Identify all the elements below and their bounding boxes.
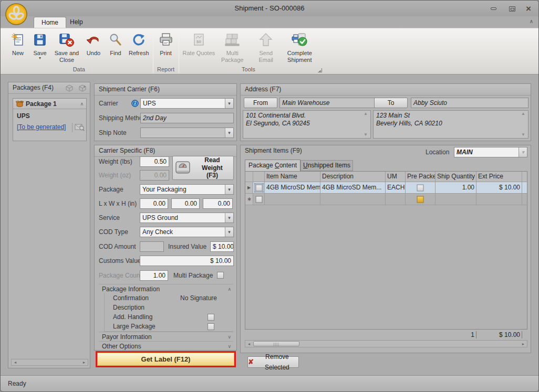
from-button[interactable]: From	[244, 98, 277, 108]
new-row-icon: ∗	[245, 194, 253, 205]
cell-item-name[interactable]: 4GB MicroSD Mem...	[265, 182, 320, 194]
ribbon: New Save ▾ Save and Close	[1, 28, 538, 75]
cell-ship-quantity[interactable]	[436, 194, 476, 205]
pre-packed-checkbox[interactable]	[417, 196, 424, 203]
row-select-checkbox[interactable]	[255, 196, 262, 203]
app-logo-icon[interactable]	[5, 3, 28, 26]
other-options-section[interactable]: Other Options ∨	[99, 341, 233, 351]
insured-value-field[interactable]: $ 10.00	[210, 241, 234, 252]
scroll-right-icon[interactable]: ►	[80, 359, 88, 365]
carrier-select[interactable]: UPS ▾	[140, 98, 234, 109]
tab-unshipped-items[interactable]: Unshipped Items	[300, 160, 353, 171]
tab-help[interactable]: Help	[63, 17, 90, 28]
complete-shipment-button[interactable]: Complete Shipment	[283, 29, 316, 65]
add-handling-checkbox[interactable]	[208, 314, 214, 321]
customs-value-label: Customs Value	[99, 256, 141, 266]
column-ship-quantity[interactable]: Ship Quantity	[436, 172, 476, 182]
weight-lbs-field[interactable]: 0.50	[140, 156, 169, 167]
select-column-header[interactable]	[253, 172, 265, 182]
save-and-close-button[interactable]: Save and Close	[51, 29, 82, 65]
save-button[interactable]: Save ▾	[29, 29, 50, 61]
refresh-button[interactable]: Refresh	[127, 29, 151, 58]
cell-ship-quantity[interactable]: 1.00	[436, 182, 476, 194]
ship-note-select[interactable]: ▾	[140, 128, 234, 138]
confirmation-value[interactable]: No Signature	[180, 293, 217, 303]
column-um[interactable]: UM	[386, 172, 406, 182]
cell-item-name[interactable]	[265, 194, 320, 205]
column-ext-price[interactable]: Ext Price	[476, 172, 522, 182]
large-package-checkbox[interactable]	[208, 323, 214, 330]
pre-packed-checkbox[interactable]	[417, 184, 424, 191]
cell-ext-price[interactable]	[476, 194, 522, 205]
restore-button[interactable]	[507, 4, 517, 13]
chevron-down-icon[interactable]: ▾	[225, 227, 234, 237]
from-name-field[interactable]: Main Warehouse	[279, 98, 379, 108]
package-information-section[interactable]: Package Information ∧	[99, 284, 233, 293]
scroll-right-icon[interactable]: ►	[520, 341, 527, 347]
length-field[interactable]: 0.00	[140, 198, 168, 209]
cell-um[interactable]	[386, 194, 406, 205]
chevron-down-icon[interactable]: ▾	[225, 128, 234, 138]
width-field[interactable]: 0.00	[171, 198, 200, 209]
find-button[interactable]: Find	[105, 29, 126, 58]
new-row[interactable]: ∗	[245, 194, 527, 205]
get-label-button[interactable]: Get Label (F12)	[96, 351, 236, 367]
chevron-down-icon[interactable]: ▾	[225, 184, 234, 195]
to-name-field[interactable]: Abby Sciuto	[411, 98, 528, 108]
location-select[interactable]: MAIN ▾	[454, 147, 527, 157]
column-item-name[interactable]: Item Name	[265, 172, 320, 182]
packages-horizontal-scrollbar[interactable]: ◄ ►	[11, 359, 88, 366]
chevron-down-icon[interactable]: ▾	[225, 98, 234, 109]
confirmation-row[interactable]: Confirmation No Signature	[105, 293, 233, 303]
ribbon-collapse-icon[interactable]: ∧	[530, 18, 533, 24]
collapse-icon[interactable]: ∧	[80, 101, 84, 107]
carrier-info-icon[interactable]: i	[131, 100, 139, 107]
scrollbar-thumb[interactable]: ||||	[253, 341, 299, 346]
cell-um[interactable]: EACH	[386, 182, 406, 194]
to-address-box[interactable]: 123 Main St Beverly Hills, CA 90210	[373, 110, 528, 139]
tools-dialog-launcher-icon[interactable]	[318, 68, 322, 72]
remove-selected-button[interactable]: ✘ Remove Selected	[247, 356, 299, 368]
tracking-number-link[interactable]: [To be generated]	[17, 123, 66, 131]
column-pre-packed[interactable]: Pre Packed	[406, 172, 436, 182]
new-button[interactable]: New	[7, 29, 28, 58]
cell-ext-price[interactable]: $ 10.00	[476, 182, 522, 194]
to-button[interactable]: To	[374, 98, 408, 108]
save-dropdown-icon[interactable]: ▾	[39, 57, 41, 60]
column-description[interactable]: Description	[320, 172, 386, 182]
cell-description[interactable]	[320, 194, 386, 205]
table-row[interactable]: ▶ 4GB MicroSD Mem... 4GB MicroSD Mem... …	[245, 182, 527, 194]
add-handling-row[interactable]: Add. Handling	[105, 312, 233, 322]
scroll-down-icon[interactable]: ▼	[362, 132, 369, 137]
height-field[interactable]: 0.00	[203, 198, 233, 209]
row-select-checkbox[interactable]	[255, 184, 262, 191]
minimize-button[interactable]	[488, 4, 499, 13]
customs-value-field[interactable]: $ 10.00	[140, 256, 234, 266]
service-select[interactable]: UPS Ground ▾	[140, 213, 234, 223]
scroll-up-icon[interactable]: ▲	[520, 111, 526, 116]
print-button[interactable]: Print	[156, 29, 177, 58]
scroll-down-icon[interactable]: ▼	[520, 132, 526, 137]
scroll-left-icon[interactable]: ◄	[245, 341, 253, 347]
package-select[interactable]: Your Packaging ▾	[140, 184, 234, 195]
read-weight-button[interactable]: Read Weight (F3)	[172, 156, 234, 180]
payor-information-section[interactable]: Payor Information ∨	[99, 332, 233, 341]
scroll-up-icon[interactable]: ▲	[362, 111, 369, 116]
from-address-box[interactable]: 101 Continental Blvd. El Segundo, CA 902…	[243, 110, 371, 139]
undo-button[interactable]: Undo	[83, 29, 104, 58]
large-package-row[interactable]: Large Package	[105, 322, 233, 331]
scroll-left-icon[interactable]: ◄	[12, 359, 19, 365]
chevron-down-icon[interactable]: ▾	[225, 213, 234, 223]
grid-horizontal-scrollbar[interactable]: ◄ |||| ►	[245, 340, 527, 347]
cod-type-select[interactable]: Any Check ▾	[140, 227, 234, 237]
label-preview-icon[interactable]	[75, 123, 85, 131]
tab-package-content[interactable]: Package Content	[245, 160, 300, 171]
package-card-header[interactable]: Package 1 ∧	[13, 99, 86, 109]
close-button[interactable]: ×	[523, 4, 534, 13]
cell-description[interactable]: 4GB MicroSD Mem...	[320, 182, 386, 194]
tab-home[interactable]: Home	[34, 17, 66, 28]
description-row[interactable]: Description	[105, 303, 233, 312]
shipping-method-field[interactable]: 2nd Day	[140, 113, 234, 123]
cod-amount-field[interactable]	[140, 241, 164, 252]
multi-package-checkbox[interactable]	[217, 272, 224, 279]
